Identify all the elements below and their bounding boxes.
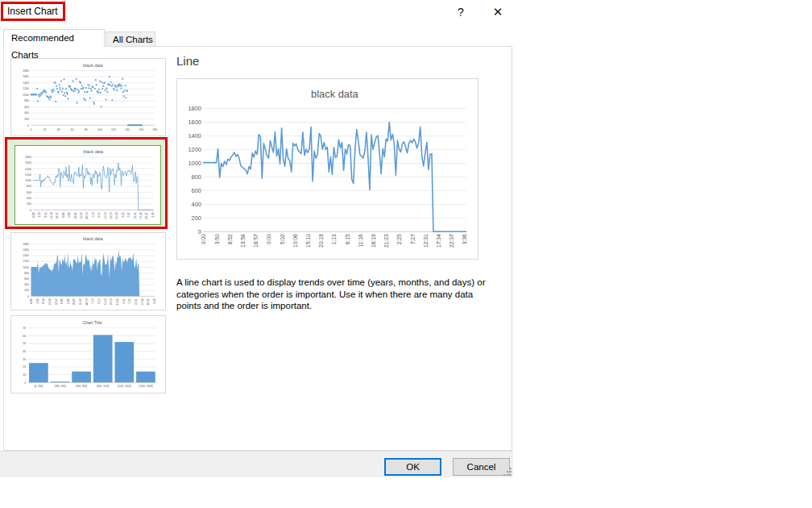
- svg-text:1800: 1800: [23, 69, 29, 73]
- svg-text:black data: black data: [311, 88, 359, 100]
- svg-text:1400: 1400: [25, 168, 31, 171]
- tab-all-charts[interactable]: All Charts: [106, 31, 155, 47]
- svg-text:7:27: 7:27: [410, 234, 416, 244]
- svg-text:40: 40: [23, 350, 26, 353]
- svg-text:15:10: 15:10: [79, 298, 82, 305]
- svg-text:2:25: 2:25: [396, 234, 402, 244]
- svg-text:1600: 1600: [23, 75, 29, 78]
- svg-text:1000: 1000: [188, 160, 201, 167]
- svg-text:(560, 840]: (560, 840]: [76, 385, 87, 388]
- svg-text:20:19: 20:19: [85, 212, 89, 219]
- svg-text:0:00: 0:00: [62, 212, 65, 218]
- svg-text:2:25: 2:25: [122, 212, 125, 218]
- svg-text:20:19: 20:19: [318, 234, 324, 248]
- svg-text:1400: 1400: [23, 81, 29, 85]
- svg-text:3:50: 3:50: [38, 212, 41, 218]
- chart-thumbnail-area[interactable]: 020040060080010001200140016001800black d…: [10, 232, 166, 310]
- chart-preview: 020040060080010001200140016001800black d…: [176, 78, 478, 260]
- svg-text:400: 400: [24, 111, 29, 115]
- cancel-button[interactable]: Cancel: [453, 458, 510, 476]
- svg-text:18:57: 18:57: [253, 234, 259, 248]
- svg-text:600: 600: [192, 187, 201, 194]
- svg-text:12:31: 12:31: [135, 298, 138, 305]
- tab-recommended-charts[interactable]: Recommended Charts: [3, 29, 105, 47]
- svg-text:40: 40: [57, 128, 60, 131]
- resize-grip-icon[interactable]: [503, 468, 512, 477]
- svg-text:0:00: 0:00: [60, 298, 64, 304]
- svg-text:1800: 1800: [25, 156, 31, 159]
- svg-text:60: 60: [23, 335, 26, 338]
- svg-text:13:58: 13:58: [48, 298, 52, 305]
- help-icon[interactable]: ?: [452, 3, 470, 21]
- svg-text:10:06: 10:06: [74, 212, 77, 219]
- svg-text:0: 0: [27, 295, 29, 298]
- svg-text:800: 800: [27, 185, 31, 188]
- svg-text:8:52: 8:52: [227, 234, 233, 244]
- svg-text:21:23: 21:23: [115, 212, 118, 219]
- svg-text:400: 400: [24, 283, 29, 286]
- line-thumbnail-chart: 020040060080010001200140016001800black d…: [15, 146, 160, 224]
- svg-text:1600: 1600: [25, 161, 31, 164]
- svg-text:600: 600: [27, 191, 31, 194]
- area-thumbnail-chart: 020040060080010001200140016001800black d…: [11, 233, 165, 310]
- screenshot-canvas: Insert Chart ? ✕ Recommended Charts All …: [0, 0, 812, 508]
- svg-text:600: 600: [24, 106, 29, 109]
- annotation-redbox-title: Insert Chart: [1, 2, 65, 21]
- dialog-footer: OK Cancel: [0, 451, 513, 477]
- recommended-charts-panel: 020040060080010001200140016001800black d…: [3, 46, 512, 451]
- close-icon[interactable]: ✕: [487, 2, 508, 23]
- svg-text:50: 50: [23, 342, 26, 345]
- svg-text:120: 120: [111, 128, 116, 131]
- svg-text:1000: 1000: [23, 266, 29, 269]
- svg-text:800: 800: [192, 173, 201, 181]
- svg-text:1600: 1600: [188, 119, 201, 126]
- svg-text:30: 30: [23, 358, 26, 361]
- svg-text:21:23: 21:23: [383, 234, 389, 248]
- svg-text:10: 10: [23, 373, 26, 377]
- svg-text:(1120, 1400]: (1120, 1400]: [118, 385, 131, 388]
- svg-text:200: 200: [192, 214, 201, 222]
- svg-text:200: 200: [24, 118, 29, 121]
- svg-text:200: 200: [27, 202, 31, 206]
- svg-text:10:06: 10:06: [72, 298, 76, 305]
- preview-line-chart: 020040060080010001200140016001800black d…: [177, 79, 478, 259]
- svg-text:21:23: 21:23: [116, 298, 119, 305]
- svg-text:18:57: 18:57: [55, 298, 58, 305]
- svg-text:160: 160: [139, 128, 143, 131]
- dialog-titlebar[interactable]: Insert Chart ? ✕: [0, 0, 513, 29]
- svg-text:13:58: 13:58: [240, 234, 246, 248]
- selected-thumbnail-highlight[interactable]: 020040060080010001200140016001800black d…: [7, 139, 165, 227]
- svg-text:20: 20: [23, 365, 26, 369]
- dialog-title: Insert Chart: [3, 6, 58, 17]
- annotation-redbox-selected-thumbnail: 020040060080010001200140016001800black d…: [5, 137, 168, 229]
- svg-text:3:36: 3:36: [153, 298, 156, 304]
- svg-text:black data: black data: [84, 149, 104, 154]
- chart-thumbnail-histogram[interactable]: 010203040506070Chart Title[0, 280](280, …: [10, 315, 166, 393]
- svg-text:1:13: 1:13: [331, 234, 337, 244]
- svg-text:180: 180: [152, 128, 157, 131]
- svg-text:22:37: 22:37: [145, 212, 148, 219]
- chart-thumbnail-scatter[interactable]: 020040060080010001200140016001800black d…: [10, 58, 166, 136]
- svg-text:12:31: 12:31: [134, 212, 137, 219]
- svg-text:400: 400: [192, 201, 201, 208]
- svg-text:18:57: 18:57: [56, 212, 59, 219]
- svg-text:0: 0: [27, 124, 29, 127]
- svg-text:6:15: 6:15: [345, 234, 350, 244]
- svg-text:16:19: 16:19: [110, 298, 113, 305]
- svg-text:20:19: 20:19: [85, 298, 89, 305]
- svg-text:5:02: 5:02: [67, 298, 70, 304]
- svg-text:1200: 1200: [23, 87, 29, 90]
- svg-text:0:00: 0:00: [201, 234, 206, 244]
- svg-text:100: 100: [97, 128, 102, 131]
- svg-text:1800: 1800: [188, 105, 201, 112]
- svg-text:13:58: 13:58: [50, 212, 53, 219]
- svg-text:[0, 280]: [0, 280]: [35, 385, 44, 388]
- chart-thumbnail-line-selected[interactable]: 020040060080010001200140016001800black d…: [14, 145, 161, 225]
- svg-text:17:34: 17:34: [139, 212, 143, 219]
- svg-text:1:13: 1:13: [92, 212, 95, 218]
- ok-button[interactable]: OK: [384, 458, 441, 476]
- svg-text:80: 80: [85, 128, 88, 131]
- svg-text:1800: 1800: [23, 243, 29, 246]
- svg-text:15:10: 15:10: [305, 234, 311, 248]
- svg-text:22:37: 22:37: [449, 234, 454, 248]
